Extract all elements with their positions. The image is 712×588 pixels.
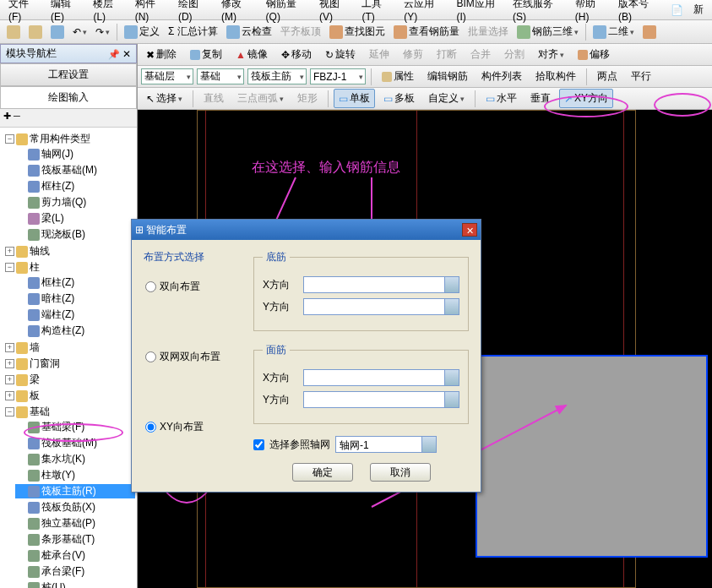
toolbar-main: ↶▾ ↷▾ 定义 Σ 汇总计算 云检查 平齐板顶 查找图元 查看钢筋量 批量选择… <box>0 20 712 44</box>
find-element-button[interactable]: 查找图元 <box>326 23 389 41</box>
single-board-button[interactable]: ▭单板 <box>334 89 375 108</box>
pick-component-button[interactable]: 拾取构件 <box>530 67 581 86</box>
multi-board-button[interactable]: ▭多板 <box>378 89 420 108</box>
select-button[interactable]: ↖选择▾ <box>141 89 188 108</box>
ref-axis-combo[interactable]: 轴网-1 <box>335 436 437 453</box>
more-button[interactable] <box>639 24 660 41</box>
radio-bidirectional[interactable]: 双向布置 <box>144 273 245 301</box>
menu-bar: 文件(F) 编辑(E) 楼层(L) 构件(N) 绘图(D) 修改(M) 钢筋量(… <box>0 0 712 20</box>
radio-xy[interactable]: XY向布置 <box>144 413 245 441</box>
toolbar-context: 基础层 基础 筏板主筋 FBZJ-1 属性 编辑钢筋 构件列表 拾取构件 两点 … <box>138 66 712 88</box>
delete-button[interactable]: ✖删除 <box>141 45 182 64</box>
mirror-button[interactable]: ▲镜像 <box>231 45 273 64</box>
radio-double-net[interactable]: 双网双向布置 <box>144 343 245 371</box>
menu-online[interactable]: 在线服务(S) <box>508 0 570 23</box>
ok-button[interactable]: 确定 <box>292 463 353 482</box>
two-point-button[interactable]: 两点 <box>592 67 622 86</box>
bottom-x-combo[interactable] <box>303 276 459 293</box>
tree-item-raft-main-bar[interactable]: 筏板主筋(R) <box>15 484 135 498</box>
selection-rect <box>476 355 708 558</box>
line-button[interactable]: 直线 <box>198 89 229 108</box>
annotation-text: 在这选择、输入钢筋信息 <box>252 159 400 177</box>
new-button[interactable] <box>3 24 24 41</box>
edit-rebar-button[interactable]: 编辑钢筋 <box>422 67 473 86</box>
tab-project-settings[interactable]: 工程设置 <box>0 63 137 86</box>
offset-button[interactable]: 偏移 <box>573 45 615 64</box>
layout-legend: 布置方式选择 <box>144 250 245 264</box>
sidebar-title: 模块导航栏 📌 ✕ <box>0 44 137 63</box>
sidebar-close-icon[interactable]: ✕ <box>122 48 131 60</box>
move-button[interactable]: ✥移动 <box>276 45 317 64</box>
dialog-titlebar[interactable]: ⊞ 智能布置 ✕ <box>132 220 481 240</box>
menu-help[interactable]: 帮助(H) <box>570 0 613 23</box>
copy-button[interactable]: 复制 <box>185 45 227 64</box>
smart-layout-dialog: ⊞ 智能布置 ✕ 布置方式选择 双向布置 双网双向布置 XY向布置 底筋 X方向… <box>131 219 481 493</box>
top-x-combo[interactable] <box>303 369 459 386</box>
sidebar-toolbar: ✚ ─ <box>0 109 137 128</box>
dialog-close-button[interactable]: ✕ <box>462 223 477 237</box>
open-button[interactable] <box>25 24 46 41</box>
split-button[interactable]: 分割 <box>499 45 530 64</box>
menu-rebar[interactable]: 钢筋量(Q) <box>261 0 314 23</box>
merge-button[interactable]: 合并 <box>465 45 496 64</box>
type-combo[interactable]: 筏板主筋 <box>247 68 307 84</box>
rect-button[interactable]: 矩形 <box>292 89 323 108</box>
menu-file[interactable]: 文件(F) <box>3 0 46 23</box>
parallel-button[interactable]: 平行 <box>626 67 656 86</box>
view-2d-button[interactable]: 二维▾ <box>590 23 638 41</box>
align-button[interactable]: 对齐▾ <box>533 45 569 64</box>
menu-tool[interactable]: 工具(T) <box>356 0 399 23</box>
menu-cloud[interactable]: 云应用(Y) <box>399 0 451 23</box>
cloud-check-button[interactable]: 云检查 <box>223 23 275 41</box>
menu-floor[interactable]: 楼层(L) <box>88 0 129 23</box>
rotate-button[interactable]: ↻旋转 <box>320 45 361 64</box>
sum-button[interactable]: Σ 汇总计算 <box>165 23 221 41</box>
floor-combo[interactable]: 基础层 <box>141 68 193 84</box>
tab-draw-input[interactable]: 绘图输入 <box>0 86 137 109</box>
custom-button[interactable]: 自定义▾ <box>423 89 470 108</box>
bottom-bar-fieldset: 底筋 X方向 Y方向 <box>253 250 469 331</box>
instance-combo[interactable]: FBZJ-1 <box>310 68 366 84</box>
cancel-button[interactable]: 取消 <box>370 463 431 482</box>
break-button[interactable]: 打断 <box>432 45 462 64</box>
view-rebar-button[interactable]: 查看钢筋量 <box>390 23 463 41</box>
menu-edit[interactable]: 编辑(E) <box>46 0 89 23</box>
vertical-button[interactable]: 垂直 <box>525 89 556 108</box>
extend-button[interactable]: 延伸 <box>364 45 394 64</box>
menu-draw[interactable]: 绘图(D) <box>173 0 216 23</box>
sidebar: 模块导航栏 📌 ✕ 工程设置 绘图输入 ✚ ─ −常用构件类型 轴网(J) 筏板… <box>0 44 138 588</box>
pin-icon[interactable]: 📌 <box>108 49 120 59</box>
arc-button[interactable]: 三点画弧▾ <box>232 89 289 108</box>
redo-button[interactable]: ↷▾ <box>92 24 113 40</box>
batch-select-button[interactable]: 批量选择 <box>465 23 512 41</box>
component-tree[interactable]: −常用构件类型 轴网(J) 筏板基础(M) 框柱(Z) 剪力墙(Q) 梁(L) … <box>0 128 137 588</box>
top-bar-fieldset: 面筋 X方向 Y方向 <box>253 343 469 424</box>
toolbar-draw: ↖选择▾ 直线 三点画弧▾ 矩形 ▭单板 ▭多板 自定义▾ ▭水平 垂直 ↗XY… <box>138 88 712 110</box>
rebar-3d-button[interactable]: 钢筋三维▾ <box>514 23 582 41</box>
menu-modify[interactable]: 修改(M) <box>216 0 260 23</box>
menu-view[interactable]: 视图(V) <box>314 0 357 23</box>
trim-button[interactable]: 修剪 <box>398 45 428 64</box>
top-y-combo[interactable] <box>303 391 459 408</box>
attr-button[interactable]: 属性 <box>377 67 419 86</box>
bottom-y-combo[interactable] <box>303 298 459 315</box>
menu-version[interactable]: 版本号(B) <box>613 0 666 23</box>
xy-direction-button[interactable]: ↗XY方向 <box>559 89 613 108</box>
menu-new[interactable]: 新 <box>688 3 709 17</box>
menu-bim[interactable]: BIM应用(I) <box>451 0 508 23</box>
save-button[interactable] <box>47 24 68 41</box>
dialog-icon: ⊞ <box>135 224 144 236</box>
component-list-button[interactable]: 构件列表 <box>476 67 527 86</box>
ref-axis-checkbox[interactable] <box>253 439 264 450</box>
menu-component[interactable]: 构件(N) <box>130 0 173 23</box>
category-combo[interactable]: 基础 <box>197 68 244 84</box>
undo-button[interactable]: ↶▾ <box>69 24 90 40</box>
horizontal-button[interactable]: ▭水平 <box>481 89 522 108</box>
flat-button[interactable]: 平齐板顶 <box>277 23 324 41</box>
define-button[interactable]: 定义 <box>121 23 163 41</box>
toolbar-modify: ✖删除 复制 ▲镜像 ✥移动 ↻旋转 延伸 修剪 打断 合并 分割 对齐▾ 偏移 <box>138 44 712 66</box>
